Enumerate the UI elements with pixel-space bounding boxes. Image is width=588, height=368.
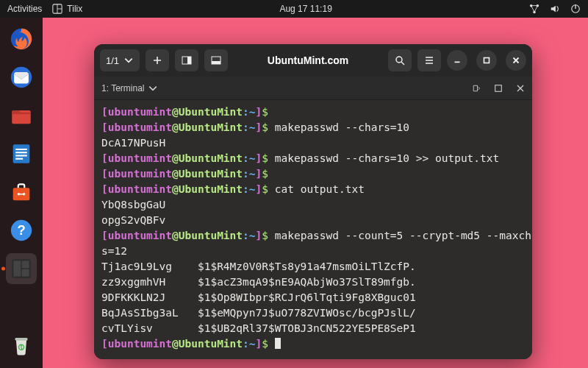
thunderbird-icon [9, 65, 34, 90]
search-button[interactable] [388, 49, 412, 71]
split-down-icon [211, 55, 221, 66]
new-session-button[interactable] [146, 49, 169, 71]
firefox-icon [9, 26, 34, 52]
tilix-window: 1/1 UbuntuMint.com [94, 44, 532, 359]
split-right-icon [182, 55, 192, 66]
tilix-top-icon [52, 4, 62, 14]
readonly-icon[interactable] [472, 84, 481, 93]
svg-point-17 [18, 193, 21, 196]
maximize-icon [481, 55, 492, 66]
maximize-pane-icon[interactable] [494, 84, 503, 93]
session-label: 1/1 [106, 55, 119, 66]
svg-rect-31 [212, 61, 220, 64]
power-icon [570, 4, 581, 14]
dock: ? [0, 18, 43, 368]
dock-firefox[interactable] [6, 24, 37, 54]
split-right-button[interactable] [175, 49, 198, 71]
clock[interactable]: Aug 17 11:19 [279, 4, 331, 14]
dock-trash[interactable] [6, 330, 37, 361]
titlebar: 1/1 UbuntuMint.com [94, 44, 532, 77]
dock-writer[interactable] [6, 138, 37, 169]
hamburger-icon [424, 55, 434, 66]
terminal-tab-label: 1: Terminal [101, 83, 144, 93]
svg-point-32 [396, 57, 402, 63]
terminal-tab[interactable]: 1: Terminal [101, 83, 157, 93]
volume-icon [550, 4, 560, 14]
dock-help[interactable]: ? [6, 215, 37, 246]
help-icon: ? [9, 218, 34, 243]
svg-rect-24 [22, 261, 29, 268]
chevron-down-icon [123, 55, 134, 66]
svg-rect-25 [22, 269, 29, 277]
svg-rect-23 [13, 261, 21, 276]
activities-button[interactable]: Activities [7, 4, 42, 14]
software-icon [9, 180, 34, 205]
svg-rect-29 [187, 57, 191, 64]
minimize-button[interactable] [447, 50, 467, 71]
window-title: UbuntuMint.com [234, 54, 382, 66]
dock-running-dot [1, 267, 5, 271]
app-indicator-label: Tilix [67, 4, 82, 14]
svg-rect-36 [495, 85, 502, 91]
close-pane-icon[interactable] [516, 84, 525, 93]
writer-icon [9, 141, 34, 166]
close-icon [511, 55, 521, 66]
terminal-output[interactable]: [ubuntumint@UbuntuMint:~]$ [ubuntumint@U… [94, 100, 532, 359]
dock-files[interactable] [6, 100, 37, 131]
files-icon [9, 103, 34, 128]
svg-rect-12 [15, 149, 27, 150]
svg-point-18 [23, 193, 26, 196]
svg-rect-26 [15, 338, 28, 341]
svg-rect-13 [15, 152, 27, 153]
svg-rect-35 [484, 58, 490, 63]
close-button[interactable] [506, 50, 526, 71]
dock-software[interactable] [6, 177, 37, 208]
split-down-button[interactable] [204, 49, 228, 71]
minimize-icon [452, 55, 462, 66]
clock-label: Aug 17 11:19 [279, 4, 331, 14]
svg-rect-11 [13, 144, 30, 163]
tilix-icon [9, 256, 34, 281]
dock-thunderbird[interactable] [6, 62, 37, 93]
session-switcher[interactable]: 1/1 [100, 49, 140, 71]
gnome-topbar: Activities Tilix Aug 17 11:19 [0, 0, 588, 18]
search-icon [395, 55, 405, 66]
svg-text:?: ? [17, 222, 25, 238]
chevron-down-icon [148, 84, 157, 93]
trash-icon [9, 333, 34, 358]
svg-rect-15 [15, 158, 23, 160]
svg-rect-14 [15, 155, 27, 156]
plus-icon [152, 55, 162, 66]
svg-line-33 [401, 62, 404, 65]
system-status[interactable] [529, 4, 581, 14]
app-indicator[interactable]: Tilix [52, 4, 82, 14]
dock-tilix[interactable] [6, 253, 37, 284]
maximize-button[interactable] [476, 50, 497, 71]
terminal-tabbar: 1: Terminal [94, 77, 532, 100]
menu-button[interactable] [417, 49, 441, 71]
network-icon [529, 4, 539, 14]
